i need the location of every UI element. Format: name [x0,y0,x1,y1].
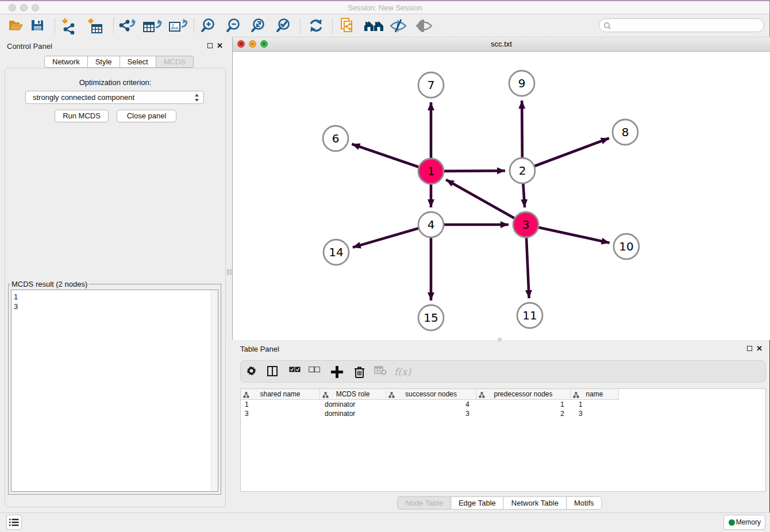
network-canvas[interactable]: 7968124314101511 [233,52,770,340]
tab-mcds[interactable]: MCDS [156,56,194,68]
cell-predecessor-nodes[interactable]: 2 [478,409,573,418]
graph-edge-2-8[interactable] [522,138,609,171]
svg-text:11: 11 [522,309,537,322]
mcds-result-title: MCDS result (2 nodes) [10,280,88,288]
control-panel-float-icon[interactable] [207,43,213,48]
column-tree-icon [243,391,249,401]
graph-edge-3-1[interactable] [446,180,526,225]
delete-table-icon[interactable] [374,366,387,379]
tab-motifs[interactable]: Motifs [566,496,602,510]
cell-shared-name[interactable]: 1 [241,400,321,409]
svg-text:2: 2 [519,164,526,178]
function-builder-icon[interactable]: f(x) [394,366,411,379]
column-tree-icon [388,391,395,401]
run-mcds-button[interactable]: Run MCDS [55,110,109,122]
graph-node-1[interactable]: 1 [418,159,444,184]
delete-column-icon[interactable] [354,366,365,379]
graph-node-6[interactable]: 6 [323,126,348,151]
column-header-successor-nodes[interactable]: successor nodes [386,389,476,400]
zoom-selected-icon[interactable] [275,17,292,34]
memory-button[interactable]: Memory [723,515,765,530]
cell-name[interactable]: 1 [573,400,622,409]
table-row[interactable]: 3dominator323 [241,409,765,418]
add-column-icon[interactable] [331,366,343,379]
status-bar: Memory [0,512,770,532]
svg-text:15: 15 [424,311,438,325]
search-input[interactable] [599,18,764,32]
tab-network[interactable]: Network [44,56,88,68]
graph-node-15[interactable]: 15 [418,305,444,330]
deselect-all-icon[interactable] [309,366,320,379]
memory-label: Memory [736,518,761,526]
control-panel-close-icon[interactable]: ✕ [217,42,223,49]
task-history-button[interactable] [6,515,22,530]
table-panel-close-icon[interactable]: ✕ [756,345,763,352]
tab-style[interactable]: Style [87,56,120,68]
column-header-MCDS-role[interactable]: MCDS role [320,389,386,400]
tab-edge-table[interactable]: Edge Table [451,496,504,510]
select-all-icon[interactable] [289,366,301,379]
cell-shared-name[interactable]: 3 [241,409,321,418]
zoom-in-icon[interactable] [200,17,217,34]
graph-node-7[interactable]: 7 [418,72,444,98]
svg-text:9: 9 [518,76,526,90]
home-icon[interactable] [364,17,381,34]
export-image-icon[interactable] [168,17,185,34]
network-window-titlebar[interactable]: ✕ − + scc.txt [233,37,770,52]
open-session-icon[interactable] [7,17,25,34]
graph-node-8[interactable]: 8 [613,119,638,145]
table-settings-gear-icon[interactable] [247,366,256,379]
graph-node-14[interactable]: 14 [324,240,349,265]
export-network-icon[interactable] [118,17,136,34]
column-header-name[interactable]: name [571,389,619,400]
toolbar-separator [300,18,301,33]
cell-MCDS-role[interactable]: dominator [321,400,387,409]
table-toolbar: f(x) [240,360,766,383]
refresh-icon[interactable] [307,17,325,34]
cell-name[interactable]: 3 [573,409,622,418]
column-header-predecessor-nodes[interactable]: predecessor nodes [476,389,571,400]
mcds-panel: Optimization criterion: strongly connect… [5,68,226,507]
tab-select[interactable]: Select [120,56,156,68]
duplicate-network-icon[interactable] [339,17,356,34]
graph-node-3[interactable]: 3 [513,212,538,237]
show-columns-icon[interactable] [267,366,278,379]
criterion-select[interactable]: strongly connected component [25,91,204,104]
criterion-select-value: strongly connected component [26,93,134,102]
cell-predecessor-nodes[interactable]: 1 [478,400,573,409]
graph-node-2[interactable]: 2 [510,158,535,183]
memory-status-dot [729,519,735,526]
import-table-icon[interactable] [86,17,103,34]
network-graph: 7968124314101511 [233,52,770,340]
show-graphics-eye-icon[interactable] [415,17,432,34]
svg-text:4: 4 [428,218,435,232]
cell-successor-nodes[interactable]: 3 [387,409,478,418]
tab-network-table[interactable]: Network Table [503,496,567,510]
close-panel-button[interactable]: Close panel [117,110,176,122]
graph-node-10[interactable]: 10 [614,234,639,259]
cell-successor-nodes[interactable]: 4 [387,400,478,409]
node-table-body: 1dominator4113dominator323 [241,400,765,418]
table-panel-float-icon[interactable] [747,346,752,351]
hide-graphics-eye-icon[interactable] [389,17,406,34]
cell-MCDS-role[interactable]: dominator [321,409,387,418]
export-table-icon[interactable] [142,17,159,34]
vertical-splitter-handle[interactable] [227,269,232,275]
tab-node-table[interactable]: Node Table [397,496,451,510]
toolbar-separator [332,18,333,33]
save-session-icon[interactable] [29,17,47,34]
mcds-result-box[interactable]: 1 3 [11,290,218,492]
column-tree-icon [479,391,485,401]
table-row[interactable]: 1dominator411 [241,400,765,409]
graph-node-11[interactable]: 11 [517,303,542,328]
node-table-header: shared nameMCDS rolesuccessor nodesprede… [241,389,765,400]
mcds-result-scrollbar[interactable] [211,290,218,491]
column-header-shared-name[interactable]: shared name [241,389,320,400]
main-toolbar [0,14,770,37]
zoom-out-icon[interactable] [225,17,242,34]
import-network-icon[interactable] [60,17,78,34]
graph-node-9[interactable]: 9 [509,71,534,96]
graph-node-4[interactable]: 4 [418,212,444,237]
zoom-fit-icon[interactable] [250,17,267,34]
svg-text:7: 7 [428,78,435,92]
